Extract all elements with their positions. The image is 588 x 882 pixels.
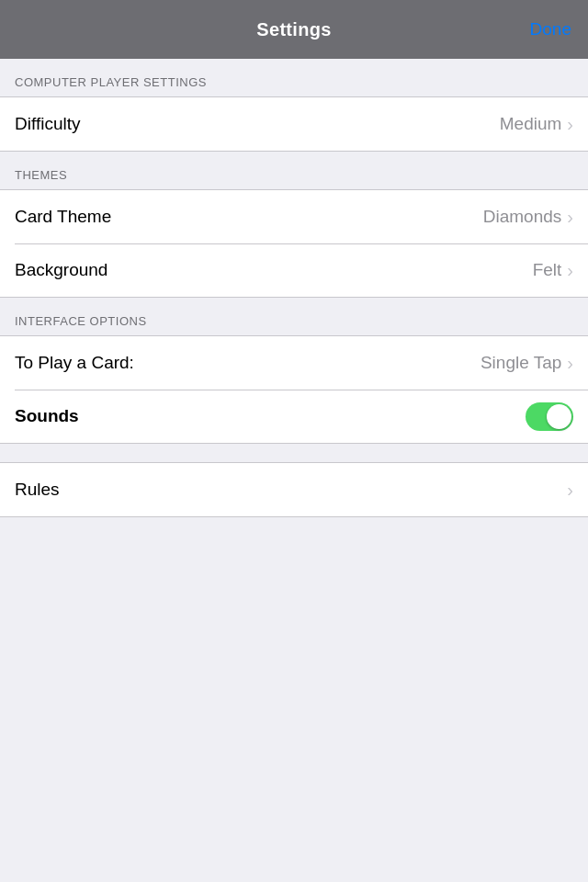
section-themes: THEMES Card Theme Diamonds › Background … (0, 152, 588, 298)
play-card-chevron-icon: › (567, 353, 573, 374)
background-chevron-icon: › (567, 260, 573, 281)
nav-title: Settings (256, 19, 331, 40)
play-card-label: To Play a Card: (15, 353, 134, 373)
rules-label: Rules (15, 480, 60, 500)
row-card-theme[interactable]: Card Theme Diamonds › (0, 190, 588, 243)
card-theme-value: Diamonds (483, 207, 562, 227)
play-card-value: Single Tap (481, 353, 561, 373)
background-right: Felt › (533, 260, 573, 281)
table-group-themes: Card Theme Diamonds › Background Felt › (0, 189, 588, 298)
done-button[interactable]: Done (530, 19, 571, 40)
card-theme-right: Diamonds › (483, 207, 573, 228)
difficulty-chevron-icon: › (567, 114, 573, 135)
row-rules[interactable]: Rules › (0, 463, 588, 516)
difficulty-value: Medium (500, 114, 562, 134)
table-group-computer: Difficulty Medium › (0, 96, 588, 152)
difficulty-right: Medium › (500, 114, 573, 135)
difficulty-label: Difficulty (15, 114, 80, 134)
card-theme-chevron-icon: › (567, 207, 573, 228)
navigation-bar: Settings Done (0, 0, 588, 59)
toggle-knob (547, 404, 571, 429)
rules-right: › (567, 480, 573, 501)
section-interface: INTERFACE OPTIONS To Play a Card: Single… (0, 298, 588, 444)
section-spacer (0, 444, 588, 453)
section-header-themes: THEMES (0, 152, 588, 189)
play-card-right: Single Tap › (481, 353, 573, 374)
section-header-computer: COMPUTER PLAYER SETTINGS (0, 59, 588, 96)
sounds-toggle[interactable] (526, 402, 573, 431)
card-theme-label: Card Theme (15, 207, 111, 227)
row-sounds[interactable]: Sounds (0, 390, 588, 443)
sounds-right (526, 402, 573, 431)
background-value: Felt (533, 260, 562, 280)
sounds-label: Sounds (15, 406, 79, 426)
row-difficulty[interactable]: Difficulty Medium › (0, 97, 588, 151)
row-play-card[interactable]: To Play a Card: Single Tap › (0, 336, 588, 390)
row-background[interactable]: Background Felt › (0, 243, 588, 297)
table-group-interface: To Play a Card: Single Tap › Sounds (0, 335, 588, 444)
section-computer-player: COMPUTER PLAYER SETTINGS Difficulty Medi… (0, 59, 588, 152)
bottom-group: Rules › (0, 462, 588, 517)
section-header-interface: INTERFACE OPTIONS (0, 298, 588, 335)
background-label: Background (15, 260, 107, 280)
rules-chevron-icon: › (567, 480, 573, 501)
